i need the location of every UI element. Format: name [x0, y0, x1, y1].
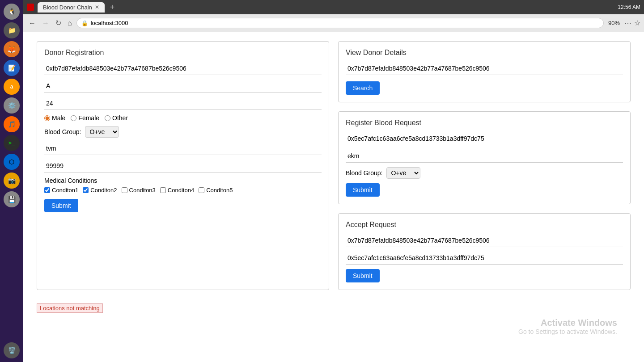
gender-radio-group: Male Female Other: [44, 114, 322, 122]
condition4-text: Conditon4: [168, 187, 194, 194]
sidebar-icon-amazon[interactable]: a: [4, 79, 20, 95]
condition2-label[interactable]: Conditon2: [83, 187, 117, 194]
sidebar-icon-files[interactable]: 📁: [4, 22, 20, 38]
extensions-icon[interactable]: ⋯: [624, 19, 631, 27]
status-area: Locations not matching: [37, 299, 631, 313]
zoom-level: 90%: [606, 20, 622, 26]
condition5-checkbox[interactable]: [199, 187, 204, 193]
new-tab-button[interactable]: +: [108, 3, 117, 12]
condition2-checkbox[interactable]: [83, 187, 89, 193]
addressbar-icons: ⋯ ☆: [624, 19, 640, 27]
sidebar-icon-vlc[interactable]: 🎵: [4, 116, 20, 132]
donor-registration-panel: Donor Registration Male Female Other: [37, 41, 329, 290]
browser: Blood Donor Chain ✕ + 12:56 AM ← → ↻ ⌂ 🔒…: [23, 0, 644, 362]
page-content: Donor Registration Male Female Other: [23, 32, 644, 362]
donor-age-input[interactable]: [44, 97, 322, 110]
sidebar-icon-libreoffice[interactable]: 📝: [4, 60, 20, 76]
gender-male-text: Male: [52, 114, 65, 122]
blood-group-row: Blood Group: O+ve A+ve A-ve B+ve B-ve AB…: [44, 126, 322, 138]
medical-conditions-label: Medical Conditions: [44, 177, 322, 184]
forward-button[interactable]: →: [40, 18, 51, 28]
condition3-text: Conditon3: [129, 187, 156, 194]
sidebar-icon-home[interactable]: 🐧: [4, 4, 20, 20]
donor-registration-title: Donor Registration: [44, 49, 322, 57]
gender-female-text: Female: [78, 114, 99, 122]
donor-registration-submit-button[interactable]: Submit: [44, 199, 78, 212]
accept-request-panel: Accept Request Submit: [338, 213, 631, 290]
accept-request-title: Accept Request: [346, 221, 623, 229]
condition4-checkbox[interactable]: [160, 187, 166, 193]
tab-title: Blood Donor Chain: [43, 4, 92, 11]
condition3-checkbox[interactable]: [122, 187, 127, 193]
titlebar-right: 12:56 AM: [618, 4, 640, 10]
condition3-label[interactable]: Conditon3: [122, 187, 156, 194]
sidebar-icon-vscode[interactable]: ⬡: [4, 154, 20, 170]
sidebar-icon-firefox[interactable]: 🦊: [4, 41, 20, 57]
donor-location-input[interactable]: [44, 142, 322, 155]
browser-tab[interactable]: Blood Donor Chain ✕: [38, 2, 105, 13]
blood-request-location-input[interactable]: [346, 150, 623, 163]
sidebar-icon-drive[interactable]: 💾: [4, 191, 20, 207]
condition1-label[interactable]: Conditon1: [44, 187, 78, 194]
gender-female-radio[interactable]: [71, 115, 76, 121]
sidebar-icon-trash[interactable]: 🗑️: [4, 342, 20, 358]
browser-addressbar: ← → ↻ ⌂ 🔒 90% ⋯ ☆: [23, 14, 644, 32]
sidebar-icon-settings[interactable]: ⚙️: [4, 97, 20, 114]
donor-name-input[interactable]: [44, 80, 322, 93]
donor-phone-input[interactable]: [44, 160, 322, 173]
right-column: View Donor Details Search Register Blood…: [338, 41, 631, 290]
blood-group-label: Blood Group:: [44, 128, 81, 135]
blood-request-submit-button[interactable]: Submit: [346, 183, 380, 197]
view-donor-details-panel: View Donor Details Search: [338, 41, 631, 102]
browser-titlebar: Blood Donor Chain ✕ + 12:56 AM: [23, 0, 644, 14]
view-donor-details-title: View Donor Details: [346, 49, 623, 57]
gender-female-label[interactable]: Female: [71, 114, 99, 122]
address-box: 🔒: [76, 18, 604, 28]
blood-request-blood-group-row: Blood Group: O+ve A+ve A-ve B+ve B-ve AB…: [346, 167, 623, 179]
reload-button[interactable]: ↻: [54, 18, 63, 28]
blood-group-select[interactable]: O+ve A+ve A-ve B+ve B-ve AB+ve AB-ve O-v…: [85, 126, 119, 138]
bookmark-icon[interactable]: ☆: [634, 19, 640, 27]
back-button[interactable]: ←: [27, 18, 38, 28]
gender-male-label[interactable]: Male: [44, 114, 65, 122]
os-sidebar: 🐧 📁 🦊 📝 a ⚙️ 🎵 >_ ⬡ 📷 💾 🗑️: [0, 0, 23, 362]
gender-other-radio[interactable]: [105, 115, 110, 121]
medical-conditions-checkboxes: Conditon1 Conditon2 Conditon3 Conditon4 …: [44, 187, 322, 194]
accept-requester-address-input[interactable]: [346, 252, 623, 265]
address-input[interactable]: [91, 20, 599, 26]
view-donor-search-button[interactable]: Search: [346, 81, 380, 95]
accept-donor-address-input[interactable]: [346, 234, 623, 247]
blood-request-blood-group-select[interactable]: O+ve A+ve A-ve B+ve B-ve AB+ve AB-ve O-v…: [386, 167, 420, 179]
condition4-label[interactable]: Conditon4: [160, 187, 194, 194]
gender-other-label[interactable]: Other: [105, 114, 128, 122]
tab-close-button[interactable]: ✕: [95, 4, 99, 10]
register-blood-request-panel: Register Blood Request Blood Group: O+ve…: [338, 111, 631, 204]
blood-request-blood-group-label: Blood Group:: [346, 169, 383, 177]
condition1-checkbox[interactable]: [44, 187, 50, 193]
sidebar-icon-cheese[interactable]: 📷: [4, 173, 20, 189]
accept-request-submit-button[interactable]: Submit: [346, 269, 380, 282]
sys-time: 12:56 AM: [618, 4, 640, 10]
sidebar-icon-terminal[interactable]: >_: [4, 135, 20, 151]
condition2-text: Conditon2: [90, 187, 117, 194]
donor-address-input[interactable]: [44, 62, 322, 75]
browser-favicon: [27, 4, 34, 11]
register-blood-request-title: Register Blood Request: [346, 119, 623, 127]
condition5-text: Conditon5: [206, 187, 233, 194]
gender-other-text: Other: [112, 114, 128, 122]
condition5-label[interactable]: Conditon5: [199, 187, 233, 194]
condition1-text: Conditon1: [52, 187, 78, 194]
error-message: Locations not matching: [37, 303, 103, 313]
home-button[interactable]: ⌂: [66, 18, 74, 28]
view-donor-address-input[interactable]: [346, 62, 623, 75]
gender-male-radio[interactable]: [44, 115, 50, 121]
address-lock-icon: 🔒: [81, 20, 88, 26]
blood-request-requester-input[interactable]: [346, 132, 623, 145]
